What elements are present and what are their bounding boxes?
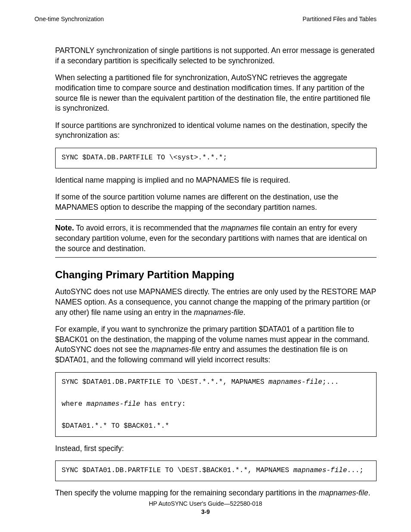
text: . [368, 488, 371, 497]
code-block: SYNC $DATA.DB.PARTFILE TO \<syst>.*.*.*; [55, 148, 377, 168]
text-italic: mapnames-file [194, 308, 243, 317]
code-italic: mapnames-file [268, 378, 322, 386]
footer-page-number: 3-9 [0, 508, 411, 516]
page-footer: HP AutoSYNC User's Guide—522580-018 3-9 [0, 500, 411, 516]
code-text: ...; [347, 467, 364, 474]
text-italic: mapnames-file [319, 488, 368, 497]
text: . [243, 308, 246, 317]
header-left: One-time Synchronization [34, 16, 104, 22]
header-right: Partitioned Files and Tables [302, 16, 377, 22]
paragraph: PARTONLY synchronization of single parti… [55, 46, 377, 66]
code-text: has entry: [140, 400, 186, 408]
page-content: PARTONLY synchronization of single parti… [34, 46, 377, 498]
code-block: SYNC $DATA01.DB.PARTFILE TO \DEST.$BACK0… [55, 460, 377, 481]
text-italic: mapnames-file [152, 345, 201, 354]
text: Then specify the volume mapping for the … [55, 488, 319, 497]
code-text: SYNC $DATA01.DB.PARTFILE TO \DEST.*.*.*,… [62, 378, 268, 386]
section-heading: Changing Primary Partition Mapping [55, 269, 377, 281]
paragraph: AutoSYNC does not use MAPNAMES directly.… [55, 287, 377, 317]
note-italic: mapnames [221, 224, 258, 232]
code-block: SYNC $DATA01.DB.PARTFILE TO \DEST.*.*.*,… [55, 372, 377, 437]
note-block: Note. To avoid errors, it is recommended… [55, 219, 377, 258]
paragraph: Identical name mapping is implied and no… [55, 175, 377, 186]
code-italic: mapnames-file [87, 400, 140, 408]
paragraph: For example, if you want to synchronize … [55, 324, 377, 365]
code-text: $DATA01.*.* TO $BACK01.*.* [62, 422, 169, 430]
code-text: SYNC $DATA01.DB.PARTFILE TO \DEST.$BACK0… [62, 467, 293, 474]
code-italic: mapnames-file [293, 467, 347, 474]
code-text: ;... [322, 378, 339, 386]
paragraph: Then specify the volume mapping for the … [55, 488, 377, 498]
page-header: One-time Synchronization Partitioned Fil… [34, 16, 377, 22]
paragraph: If source partitions are synchronized to… [55, 121, 377, 141]
footer-title: HP AutoSYNC User's Guide—522580-018 [0, 500, 411, 508]
paragraph: If some of the source partition volume n… [55, 192, 377, 212]
code-text: where [62, 400, 87, 408]
paragraph: When selecting a partitioned file for sy… [55, 73, 377, 114]
note-label: Note. [55, 224, 74, 232]
paragraph: Instead, first specify: [55, 444, 377, 454]
note-text: To avoid errors, it is recommended that … [76, 224, 221, 232]
